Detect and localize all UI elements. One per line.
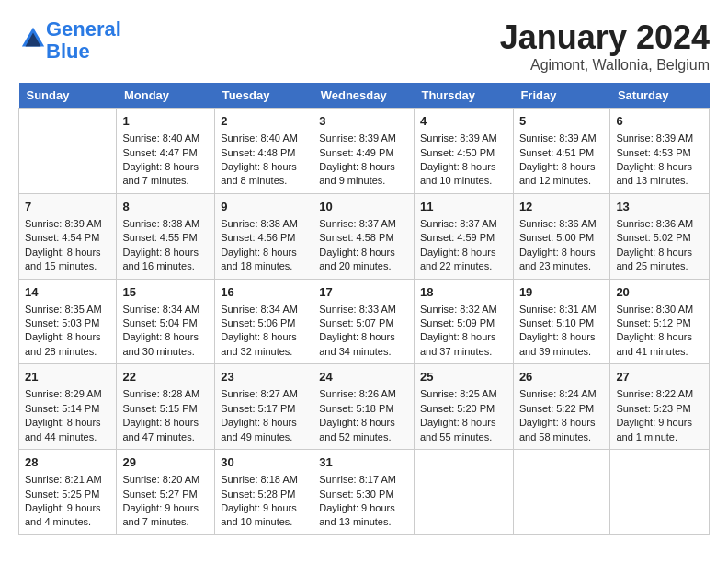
header-day-saturday: Saturday bbox=[610, 83, 710, 109]
day-info: and 1 minute. bbox=[616, 431, 703, 444]
day-info: and 30 minutes. bbox=[122, 345, 209, 359]
location-subtitle: Agimont, Wallonia, Belgium bbox=[500, 57, 710, 74]
day-info: and 15 minutes. bbox=[25, 259, 110, 273]
day-info: Sunset: 4:59 PM bbox=[420, 231, 507, 245]
day-info: Daylight: 9 hours bbox=[319, 501, 408, 515]
day-number: 11 bbox=[420, 199, 507, 215]
day-info: Sunset: 5:07 PM bbox=[319, 316, 408, 330]
day-info: Sunset: 5:15 PM bbox=[122, 402, 209, 416]
title-block: January 2024 Agimont, Wallonia, Belgium bbox=[500, 18, 710, 74]
day-info: Daylight: 8 hours bbox=[420, 160, 507, 174]
day-info: Sunset: 5:10 PM bbox=[519, 316, 605, 330]
day-info: Sunset: 5:12 PM bbox=[616, 316, 703, 330]
header-day-wednesday: Wednesday bbox=[313, 83, 415, 109]
day-info: Daylight: 8 hours bbox=[25, 246, 110, 259]
day-info: and 13 minutes. bbox=[319, 515, 408, 529]
page-header: General Blue January 2024 Agimont, Wallo… bbox=[18, 18, 710, 74]
day-number: 24 bbox=[319, 369, 408, 385]
day-info: Sunset: 4:51 PM bbox=[519, 146, 605, 160]
day-info: Sunrise: 8:27 AM bbox=[221, 387, 307, 401]
day-info: and 20 minutes. bbox=[319, 259, 408, 273]
day-number: 20 bbox=[616, 284, 703, 301]
day-info: Daylight: 8 hours bbox=[221, 160, 307, 174]
day-number: 23 bbox=[221, 369, 307, 385]
day-info: Sunset: 5:18 PM bbox=[319, 402, 408, 416]
day-info: Sunrise: 8:36 AM bbox=[616, 217, 703, 231]
day-info: Daylight: 9 hours bbox=[616, 416, 703, 430]
day-number: 10 bbox=[319, 199, 408, 215]
day-info: Daylight: 8 hours bbox=[221, 330, 307, 344]
day-info: Sunrise: 8:38 AM bbox=[221, 217, 307, 231]
day-number: 18 bbox=[420, 284, 507, 301]
day-info: Sunrise: 8:40 AM bbox=[221, 132, 307, 145]
day-info: Daylight: 9 hours bbox=[122, 501, 209, 515]
day-info: Sunset: 5:04 PM bbox=[122, 316, 209, 330]
calendar-cell: 23Sunrise: 8:27 AMSunset: 5:17 PMDayligh… bbox=[215, 364, 313, 450]
day-info: Sunrise: 8:30 AM bbox=[616, 303, 703, 316]
calendar-cell: 15Sunrise: 8:34 AMSunset: 5:04 PMDayligh… bbox=[117, 279, 215, 364]
calendar-cell: 21Sunrise: 8:29 AMSunset: 5:14 PMDayligh… bbox=[19, 364, 117, 450]
day-info: Sunrise: 8:26 AM bbox=[319, 387, 408, 401]
day-info: Sunrise: 8:31 AM bbox=[519, 303, 605, 316]
calendar-cell: 22Sunrise: 8:28 AMSunset: 5:15 PMDayligh… bbox=[117, 364, 215, 450]
day-info: Daylight: 8 hours bbox=[519, 246, 605, 259]
day-info: Daylight: 8 hours bbox=[122, 416, 209, 430]
calendar-cell bbox=[19, 109, 117, 194]
day-info: and 49 minutes. bbox=[221, 431, 307, 444]
day-number: 6 bbox=[616, 113, 703, 130]
day-info: and 9 minutes. bbox=[319, 174, 408, 188]
calendar-header: SundayMondayTuesdayWednesdayThursdayFrid… bbox=[19, 83, 710, 109]
day-info: and 8 minutes. bbox=[221, 174, 307, 188]
day-info: Sunset: 5:02 PM bbox=[616, 231, 703, 245]
calendar-cell: 13Sunrise: 8:36 AMSunset: 5:02 PMDayligh… bbox=[610, 193, 710, 279]
day-info: Sunrise: 8:39 AM bbox=[319, 132, 408, 145]
day-number: 25 bbox=[420, 369, 507, 385]
day-info: Sunrise: 8:39 AM bbox=[519, 132, 605, 145]
day-info: and 39 minutes. bbox=[519, 345, 605, 359]
logo: General Blue bbox=[18, 18, 121, 63]
day-number: 17 bbox=[319, 284, 408, 301]
calendar-week-3: 14Sunrise: 8:35 AMSunset: 5:03 PMDayligh… bbox=[19, 279, 710, 364]
calendar-cell: 12Sunrise: 8:36 AMSunset: 5:00 PMDayligh… bbox=[513, 193, 610, 279]
day-info: Daylight: 8 hours bbox=[25, 330, 110, 344]
calendar-cell: 8Sunrise: 8:38 AMSunset: 4:55 PMDaylight… bbox=[117, 193, 215, 279]
calendar-week-1: 1Sunrise: 8:40 AMSunset: 4:47 PMDaylight… bbox=[19, 109, 710, 194]
day-info: and 28 minutes. bbox=[25, 345, 110, 359]
day-info: Sunset: 5:22 PM bbox=[519, 402, 605, 416]
day-info: and 10 minutes. bbox=[420, 174, 507, 188]
day-info: and 18 minutes. bbox=[221, 259, 307, 273]
day-info: and 13 minutes. bbox=[616, 174, 703, 188]
day-number: 26 bbox=[519, 369, 605, 385]
day-info: and 25 minutes. bbox=[616, 259, 703, 273]
day-info: Daylight: 8 hours bbox=[319, 246, 408, 259]
day-info: Sunset: 5:03 PM bbox=[25, 316, 110, 330]
calendar-cell: 19Sunrise: 8:31 AMSunset: 5:10 PMDayligh… bbox=[513, 279, 610, 364]
day-info: Daylight: 8 hours bbox=[616, 160, 703, 174]
day-info: Sunrise: 8:21 AM bbox=[25, 473, 110, 487]
day-info: Daylight: 8 hours bbox=[519, 416, 605, 430]
day-info: Sunset: 5:20 PM bbox=[420, 402, 507, 416]
day-info: Sunrise: 8:35 AM bbox=[25, 303, 110, 316]
day-info: Daylight: 8 hours bbox=[519, 330, 605, 344]
calendar-cell: 25Sunrise: 8:25 AMSunset: 5:20 PMDayligh… bbox=[414, 364, 513, 450]
day-info: and 52 minutes. bbox=[319, 431, 408, 444]
day-info: Daylight: 8 hours bbox=[122, 246, 209, 259]
day-info: Sunrise: 8:39 AM bbox=[420, 132, 507, 145]
day-info: Sunset: 5:09 PM bbox=[420, 316, 507, 330]
day-info: and 22 minutes. bbox=[420, 259, 507, 273]
logo-text: General Blue bbox=[46, 18, 121, 63]
day-info: and 37 minutes. bbox=[420, 345, 507, 359]
calendar-cell: 30Sunrise: 8:18 AMSunset: 5:28 PMDayligh… bbox=[215, 450, 313, 535]
day-info: Sunrise: 8:34 AM bbox=[221, 303, 307, 316]
day-number: 21 bbox=[25, 369, 110, 385]
calendar-cell: 27Sunrise: 8:22 AMSunset: 5:23 PMDayligh… bbox=[610, 364, 710, 450]
day-info: Sunrise: 8:17 AM bbox=[319, 473, 408, 487]
day-number: 31 bbox=[319, 454, 408, 471]
calendar-cell: 11Sunrise: 8:37 AMSunset: 4:59 PMDayligh… bbox=[414, 193, 513, 279]
day-info: Sunrise: 8:18 AM bbox=[221, 473, 307, 487]
day-number: 22 bbox=[122, 369, 209, 385]
calendar-cell: 5Sunrise: 8:39 AMSunset: 4:51 PMDaylight… bbox=[513, 109, 610, 194]
calendar-table: SundayMondayTuesdayWednesdayThursdayFrid… bbox=[18, 83, 710, 535]
day-info: Daylight: 9 hours bbox=[25, 501, 110, 515]
day-number: 3 bbox=[319, 113, 408, 130]
